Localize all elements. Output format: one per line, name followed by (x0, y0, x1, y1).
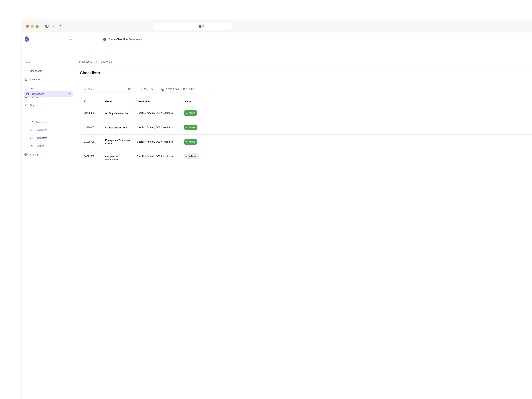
status-dot (186, 141, 187, 142)
cell-name: SCBA Function Test (105, 126, 133, 129)
app-logo-icon (198, 25, 202, 28)
sidebar-item-inventory[interactable]: Inventory (24, 78, 40, 81)
cell-name: Emergency Equipment Check (105, 139, 133, 145)
sidebar-toggle-icon[interactable] (45, 25, 49, 28)
sidebar-item-label: Suppliers (30, 104, 40, 107)
period-value: Monthly (144, 88, 153, 91)
column-header-id: ID (84, 100, 86, 103)
minimize-window-button[interactable] (31, 25, 34, 28)
sidebar-item-label: Inspections (32, 93, 44, 95)
sidebar-subitem-reports[interactable]: Reports (30, 144, 44, 147)
cell-id: 43210987 (84, 126, 95, 129)
titlebar: a (22, 20, 204, 33)
column-header-name: Name (105, 100, 112, 103)
search-box[interactable]: ⌘ F (81, 86, 135, 93)
dashboard-icon (24, 69, 28, 73)
cell-description: Checklist for daily SCBA readiness (137, 112, 173, 114)
sidebar-collapse-button[interactable] (68, 37, 73, 42)
status-label: Active (189, 112, 195, 114)
sidebar-subitem-label: Checklists (35, 137, 47, 139)
collapse-left-icon (69, 38, 72, 41)
status-badge: Active (184, 125, 197, 130)
org-switcher[interactable]: Santa Clara Fire Department (101, 36, 146, 43)
sidebar-item-label: Inventory (30, 78, 40, 81)
app-frame: MENU Dashboard Inventory (22, 32, 204, 153)
sidebar-item-dashboard[interactable]: Dashboard (24, 69, 42, 73)
status-badge: Active (184, 139, 197, 145)
sidebar-item-suppliers[interactable]: Suppliers (24, 103, 40, 107)
page-title: Checklists (80, 71, 100, 75)
address-bar[interactable]: a (154, 23, 204, 30)
close-window-button[interactable] (26, 25, 29, 28)
sidebar-item-inspections[interactable]: Inspections (24, 91, 73, 97)
notepad-icon (26, 92, 29, 95)
cell-id: 98765432 (84, 112, 95, 114)
search-shortcut-badge: ⌘ F (126, 87, 133, 92)
main-content: Santa Clara Fire Department Inspections … (76, 32, 204, 153)
sidebar-item-label: Dashboard (30, 70, 42, 72)
sidebar-item-tasks[interactable]: Tasks (24, 86, 37, 90)
status-label: Active (189, 140, 195, 143)
cell-description: Checklist for daily SCBA readiness (137, 126, 173, 129)
cell-id: 21098765 (84, 140, 95, 143)
column-header-status: Status (184, 100, 191, 103)
trending-up-icon (30, 120, 33, 124)
back-icon[interactable] (59, 24, 62, 28)
clipboard-check-icon (24, 86, 28, 90)
breadcrumb: Inspections » Checklists (79, 58, 112, 65)
chevron-down-icon[interactable] (53, 25, 55, 27)
address-text: a (202, 24, 204, 28)
date-range-value: 12/10/2024 — 12/12/2025 (166, 88, 196, 91)
zoom-window-button[interactable] (36, 25, 38, 28)
calendar-icon (30, 128, 33, 132)
breadcrumb-current: Checklists (101, 60, 112, 63)
breadcrumb-parent-link[interactable]: Inspections (79, 60, 92, 63)
chevron-up-icon (69, 93, 71, 95)
org-logo (102, 37, 107, 42)
status-dot (186, 127, 187, 128)
table-divider (81, 120, 204, 120)
app-logo-icon (24, 36, 30, 42)
package-icon (24, 78, 28, 81)
status-dot (186, 113, 187, 114)
breadcrumb-separator: » (96, 60, 97, 63)
sidebar-subitem-scheduled[interactable]: Scheduled (30, 128, 47, 132)
clipped-control[interactable] (202, 86, 204, 93)
list-checks-icon (30, 136, 33, 140)
calendar-icon (161, 87, 165, 91)
org-name: Santa Clara Fire Department (109, 38, 142, 41)
notebook-icon (30, 144, 33, 147)
browser-window: a MENU (22, 20, 204, 153)
date-filter: Monthly 12/10/2024 — 12/12/2025 (141, 86, 197, 93)
status-label: Active (189, 126, 195, 129)
sidebar-subitem-label: Analytics (35, 121, 46, 124)
menu-section-label: MENU (25, 62, 32, 64)
chevron-down-icon (154, 89, 156, 90)
search-input[interactable] (88, 88, 126, 91)
sidebar-item-label: Tasks (30, 87, 37, 90)
date-range-picker[interactable]: 12/10/2024 — 12/12/2025 (159, 87, 196, 91)
cell-description: Checklist for daily SCBA readiness (137, 140, 173, 143)
sidebar-subitem-checklists[interactable]: Checklists (30, 136, 47, 140)
search-icon (83, 88, 86, 91)
period-dropdown[interactable]: Monthly (142, 88, 158, 91)
column-header-description: Description (137, 100, 150, 103)
sidebar-subitem-analytics[interactable]: Analytics (30, 120, 46, 124)
toolbar-divider (51, 24, 52, 29)
status-badge: Active (184, 110, 197, 116)
cell-name: Air Supply Inspection (105, 112, 133, 115)
sidebar-subitem-label: Scheduled (35, 129, 47, 132)
subnav-tree-line (27, 98, 27, 131)
sidebar-subitem-label: Reports (35, 145, 44, 147)
